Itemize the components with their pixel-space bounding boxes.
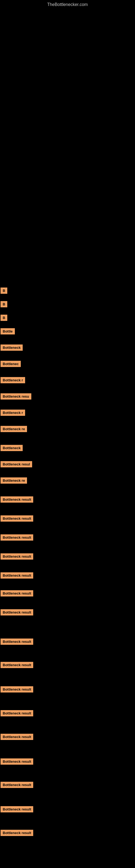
bottleneck-label: Bottleneck r <box>1 377 25 383</box>
result-row: B <box>1 301 7 309</box>
result-row: Bottleneck result <box>1 686 33 694</box>
bottleneck-label: Bottleneck result <box>1 516 33 522</box>
result-row: B <box>1 315 7 322</box>
result-row: Bottleneck resul <box>1 461 32 469</box>
result-row: Bottleneck result <box>1 710 33 718</box>
bottleneck-label: Bottleneck re <box>1 426 27 432</box>
bottleneck-label: Bottleneck result <box>1 553 33 560</box>
result-row: Bottleneck result <box>1 534 33 542</box>
bottleneck-label: B <box>1 301 7 307</box>
bottleneck-label: Bottleneck <box>1 445 23 451</box>
result-row: Bottleneck result <box>1 734 33 742</box>
result-row: Bottleneck result <box>1 662 33 670</box>
site-title: TheBottlenecker.com <box>0 0 135 8</box>
result-row: Bottlenec <box>1 361 21 369</box>
bottleneck-label: Bottleneck result <box>1 534 33 540</box>
result-row: Bottleneck <box>1 344 23 352</box>
result-row: B <box>1 287 7 296</box>
result-row: Bottleneck result <box>1 758 33 766</box>
bottleneck-label: Bottleneck <box>1 344 23 351</box>
bottleneck-label: Bottleneck result <box>1 609 33 616</box>
result-row: Bottleneck result <box>1 553 33 561</box>
bottleneck-label: Bottleneck result <box>1 782 33 788</box>
bottleneck-label: B <box>1 287 7 294</box>
result-row: Bottleneck resu <box>1 393 31 401</box>
bottleneck-label: Bottleneck result <box>1 662 33 668</box>
result-row: Bottleneck r <box>1 410 25 417</box>
result-row: Bottleneck re <box>1 426 27 434</box>
bottleneck-label: Bottleneck result <box>1 572 33 579</box>
result-row: Bottleneck result <box>1 516 33 523</box>
bottleneck-label: Bottleneck result <box>1 639 33 645</box>
result-row: Bottle <box>1 328 15 336</box>
bottleneck-label: Bottlenec <box>1 361 21 367</box>
bottleneck-label: Bottleneck result <box>1 734 33 740</box>
bottleneck-label: Bottleneck result <box>1 830 33 836</box>
bottleneck-label: Bottleneck result <box>1 496 33 503</box>
result-row: Bottleneck r <box>1 377 25 385</box>
result-row: Bottleneck <box>1 445 23 453</box>
bottleneck-label: Bottle <box>1 328 15 335</box>
bottleneck-label: Bottleneck result <box>1 686 33 692</box>
result-row: Bottleneck result <box>1 830 33 838</box>
bottleneck-label: B <box>1 315 7 321</box>
bottleneck-label: Bottleneck result <box>1 590 33 596</box>
bottleneck-label: Bottleneck resul <box>1 461 32 467</box>
result-row: Bottleneck result <box>1 639 33 646</box>
bottleneck-label: Bottleneck resu <box>1 393 31 400</box>
bottleneck-label: Bottleneck result <box>1 806 33 812</box>
result-row: Bottleneck result <box>1 496 33 504</box>
result-row: Bottleneck result <box>1 572 33 580</box>
result-row: Bottleneck result <box>1 806 33 814</box>
bottleneck-label: Bottleneck result <box>1 710 33 716</box>
result-row: Bottleneck result <box>1 590 33 598</box>
result-row: Bottleneck re <box>1 477 27 485</box>
result-row: Bottleneck result <box>1 782 33 789</box>
bottleneck-label: Bottleneck re <box>1 477 27 484</box>
result-row: Bottleneck result <box>1 609 33 617</box>
bottleneck-label: Bottleneck r <box>1 410 25 416</box>
bottleneck-label: Bottleneck result <box>1 758 33 765</box>
